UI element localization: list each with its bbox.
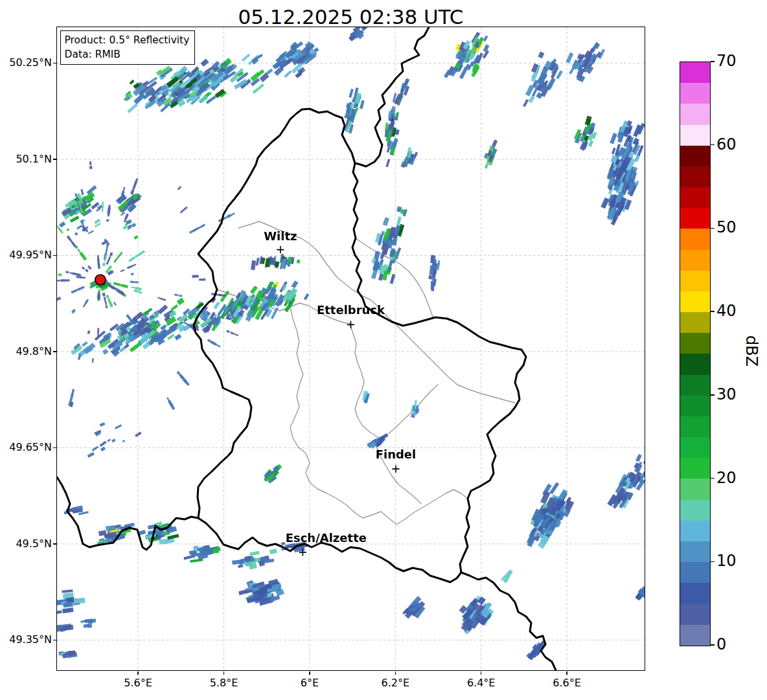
colorbar-tick-mark [711, 478, 715, 479]
colorbar-tick-mark [711, 561, 715, 562]
colorbar-segment [680, 104, 710, 124]
colorbar-segment [680, 625, 710, 646]
colorbar-segment [680, 396, 710, 416]
y-tick-mark [53, 159, 56, 159]
colorbar-segment [680, 291, 710, 312]
colorbar-segment [680, 521, 710, 541]
y-tick-mark [53, 640, 56, 640]
city-label: Esch/Alzette [286, 531, 367, 545]
colorbar-segment [680, 562, 710, 583]
x-tick-mark [395, 672, 396, 675]
colorbar-segment [680, 62, 710, 83]
colorbar-segment [680, 479, 710, 499]
y-tick-label: 49.95°N [0, 249, 52, 261]
colorbar-segment [680, 271, 710, 291]
colorbar-segment [680, 541, 710, 562]
colorbar-segment [680, 312, 710, 333]
y-tick-label: 49.35°N [0, 633, 52, 646]
colorbar-segment [680, 125, 710, 146]
colorbar-tick-label: 50 [716, 218, 737, 236]
colorbar-tick-mark [711, 644, 715, 645]
colorbar-segment [680, 500, 710, 521]
colorbar-segment [680, 250, 710, 271]
data-source-line: Data: RMIB [65, 47, 190, 62]
plot-title: 05.12.2025 02:38 UTC [57, 5, 645, 28]
colorbar-tick-label: 40 [716, 302, 737, 320]
map-plot-area: Product: 0.5° Reflectivity Data: RMIB [56, 27, 645, 671]
y-tick-label: 50.1°N [0, 153, 52, 165]
colorbar-segment [680, 146, 710, 166]
colorbar-segment [680, 583, 710, 604]
colorbar-segment [680, 458, 710, 479]
x-tick-label: 5.8°E [195, 677, 253, 689]
colorbar-segment [680, 166, 710, 187]
colorbar-segment [680, 83, 710, 104]
x-tick-label: 5.6°E [109, 677, 167, 689]
y-tick-mark [53, 543, 56, 544]
x-tick-label: 6.6°E [538, 677, 596, 689]
colorbar-segment [680, 437, 710, 458]
colorbar-segment [680, 229, 710, 249]
x-tick-label: 6.4°E [452, 677, 510, 689]
colorbar-segment [680, 375, 710, 396]
product-line: Product: 0.5° Reflectivity [65, 33, 190, 47]
x-tick-mark [223, 672, 224, 675]
radar-map-canvas [57, 27, 645, 670]
colorbar-segment [680, 187, 710, 208]
colorbar-tick-label: 20 [716, 469, 737, 487]
x-tick-label: 6.2°E [366, 677, 424, 689]
colorbar-segment [680, 416, 710, 437]
y-tick-label: 49.5°N [0, 537, 52, 550]
x-tick-mark [309, 672, 310, 675]
colorbar-tick-mark [711, 394, 715, 395]
colorbar-tick-label: 60 [716, 135, 737, 153]
colorbar-tick-mark [711, 228, 715, 229]
city-label: Ettelbruck [317, 303, 385, 317]
y-tick-mark [53, 63, 56, 63]
x-tick-mark [137, 672, 138, 675]
colorbar-segment [680, 333, 710, 354]
radar-figure: 05.12.2025 02:38 UTC Product: 0.5° Refle… [0, 0, 767, 700]
y-tick-mark [53, 351, 56, 352]
colorbar-segment [680, 208, 710, 229]
y-tick-label: 49.8°N [0, 345, 52, 357]
city-label: Wiltz [264, 229, 297, 243]
colorbar-tick-mark [711, 61, 715, 62]
y-tick-label: 49.65°N [0, 441, 52, 453]
colorbar-axis-label: dBZ [742, 335, 761, 367]
x-tick-mark [481, 672, 481, 675]
colorbar-tick-mark [711, 311, 715, 311]
colorbar-segment [680, 604, 710, 624]
colorbar-tick-label: 70 [716, 52, 737, 70]
x-tick-mark [566, 672, 567, 675]
city-label: Findel [376, 447, 417, 461]
colorbar-tick-label: 10 [716, 552, 737, 570]
colorbar [680, 62, 711, 646]
y-tick-mark [53, 255, 56, 256]
y-tick-label: 50.25°N [0, 56, 52, 69]
x-tick-label: 6°E [280, 677, 339, 689]
colorbar-tick-label: 0 [716, 635, 726, 653]
colorbar-tick-mark [711, 144, 715, 145]
colorbar-tick-label: 30 [716, 385, 737, 403]
colorbar-segment [680, 354, 710, 374]
product-info-box: Product: 0.5° Reflectivity Data: RMIB [60, 30, 196, 65]
y-tick-mark [53, 447, 56, 448]
